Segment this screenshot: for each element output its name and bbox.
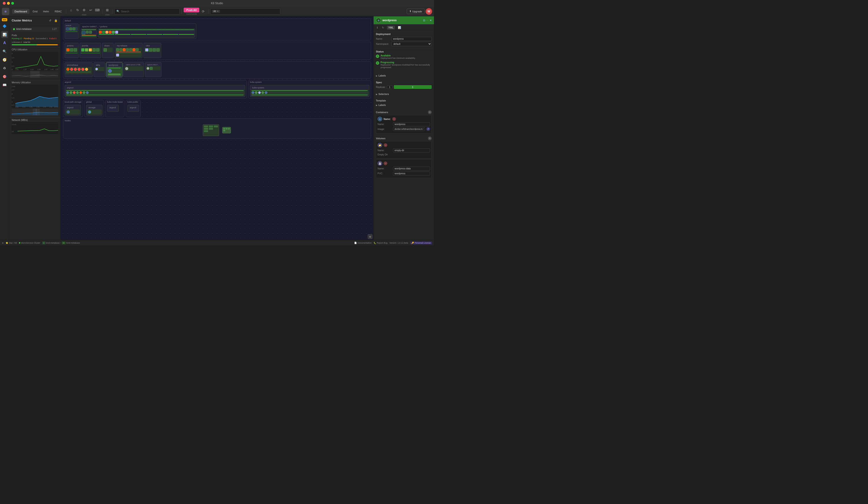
sidebar-icon-book[interactable]: 📖 [1, 81, 8, 89]
rp-tab-yml[interactable]: YML [387, 26, 395, 30]
sync-icon[interactable]: ⟳ [200, 8, 206, 14]
nav-tab-dashboard[interactable]: Dashboard [12, 9, 29, 14]
undo-icon[interactable]: ↩ [88, 7, 94, 13]
deploy-box-kubepublic[interactable]: argocd [127, 105, 139, 112]
lock-icon[interactable]: 🔒 [53, 18, 58, 23]
container-image-input[interactable] [393, 127, 425, 131]
container-item: ⊞ Name: − Name: Image: ↺ [376, 115, 432, 133]
close-button[interactable] [3, 2, 6, 5]
volumes-title: Volumes [376, 137, 385, 140]
namespace-filter[interactable]: All ✕ [210, 8, 280, 14]
deploy-box-vitro[interactable]: vitro [144, 43, 161, 58]
deploy-box-apache2[interactable]: apache-68e27... [145, 62, 162, 77]
sidebar-icon-lens[interactable]: 🔍 [1, 48, 8, 55]
upgrade-button[interactable]: ⬆ Upgrade [407, 9, 425, 14]
sidebar-icon-target[interactable]: 🎯 [1, 73, 8, 80]
sidebar-icon-compass[interactable]: 🧭 [1, 56, 8, 63]
remove-container-button[interactable]: − [392, 117, 396, 121]
rp-tab-info[interactable]: ℹ [375, 26, 379, 30]
close-panel-icon[interactable]: ✕ [430, 19, 432, 22]
containers-title: Containers [376, 111, 388, 114]
container-name-input[interactable] [393, 122, 430, 126]
deploy-box-wkly[interactable]: wkly [94, 62, 105, 77]
minimize-button[interactable] [7, 2, 10, 5]
deploy-box-kubesystem-inner[interactable]: kube-system [250, 85, 369, 97]
deploy-box-default[interactable]: default [65, 23, 79, 39]
nav-tab-rbac[interactable]: RBAC [52, 9, 64, 14]
pod-icon [265, 91, 267, 94]
fit-button[interactable]: ⊞ [368, 234, 372, 239]
docs-item[interactable]: 📄 Documentation [354, 242, 372, 244]
nav-tab-grid[interactable]: Grid [30, 9, 40, 14]
terminal-icon[interactable]: ⌨ [94, 7, 100, 13]
name-input[interactable] [391, 37, 432, 41]
vol1-name-input[interactable] [393, 148, 430, 152]
deploy-box-prometheus[interactable]: prometheus [65, 62, 93, 77]
refresh-icon[interactable]: ↻ [75, 7, 81, 13]
sidebar-icon-letter-a[interactable]: A [1, 39, 8, 47]
sidebar-icon-dashboard[interactable]: 📊 [1, 31, 8, 38]
sidebar-icon-refresh-circle[interactable]: ♻ [1, 65, 8, 72]
copy-icon[interactable]: ⊡ [423, 19, 425, 22]
labels-collapsible[interactable]: ▶ Labels [376, 73, 432, 78]
deploy-box-kubenode[interactable]: argocd [107, 105, 119, 112]
deploy-box-argocd-inner[interactable]: argocd [65, 85, 245, 97]
more-icon[interactable]: ⋯ [426, 19, 428, 22]
pod-row [66, 91, 244, 94]
sidebar-icon-cluster[interactable]: 🔷 [1, 23, 8, 30]
remove-volume-2-button[interactable]: − [384, 162, 388, 165]
replicas-label: Replicas: [376, 86, 385, 89]
deploy-box-native[interactable]: native-server-17788... [123, 62, 144, 77]
ns-close-icon[interactable]: ✕ [217, 10, 219, 13]
rp-header-icons: ⊡ ⋯ ✕ [423, 19, 432, 22]
svg-rect-44 [228, 128, 230, 130]
deploy-box-wordpress[interactable]: wordpress [106, 62, 123, 77]
deploy-box-apache[interactable] [81, 29, 97, 38]
canvas-area[interactable]: default default [61, 16, 373, 240]
pod-icon [86, 31, 89, 34]
push-all-button[interactable]: Push All [184, 8, 199, 12]
deploy-box-grafana[interactable] [98, 29, 195, 38]
pod-row [88, 110, 101, 114]
vol2-name-input[interactable] [393, 167, 430, 171]
view-icon[interactable]: ⊞ [104, 7, 110, 13]
namespace-row: Namespace: default [376, 42, 432, 46]
settings-icon[interactable]: ⚙ [81, 7, 87, 13]
labels-sub-collapsible[interactable]: ▶ Labels [376, 103, 432, 107]
sep3 [112, 9, 113, 14]
deploy-box-joomla[interactable]: joomla [80, 43, 101, 58]
vol1-type-label: Empty Dir [378, 153, 392, 156]
add-button[interactable]: + [2, 241, 4, 245]
svg-text:0.5: 0.5 [12, 104, 14, 106]
rp-tab-refresh[interactable]: ↻ [381, 26, 385, 30]
maximize-button[interactable] [11, 2, 14, 5]
add-container-button[interactable]: + [428, 110, 432, 114]
image-action-button[interactable]: ↺ [426, 127, 430, 131]
rp-tab-chart[interactable]: 📊 [396, 26, 403, 30]
nav-tab-helm[interactable]: Helm [41, 9, 52, 14]
remove-volume-1-button[interactable]: − [384, 143, 388, 147]
deploy-box-share[interactable]: share [102, 43, 114, 58]
selectors-collapsible[interactable]: ▶ Selectors [376, 92, 432, 96]
user-avatar[interactable]: W [426, 8, 432, 15]
star-item[interactable]: ⭐ Star 749 [6, 242, 17, 244]
deploy-box-jenkins[interactable]: jenkins [65, 43, 79, 58]
cluster-type-item: MicroService Cluster [19, 242, 40, 244]
search-bar[interactable]: 🔍 Search [114, 8, 180, 14]
deploy-box-global[interactable]: storage [86, 105, 102, 115]
main-layout: aws 🔷 📊 A 🔍 🧭 ♻ 🎯 📖 Cluster Metrics ↺ 🔒 … [0, 16, 434, 240]
cluster-info: kind-metabase 1.27 [11, 27, 59, 32]
volume-item-1: 📁 − Name: Empty Dir [376, 141, 432, 158]
add-volume-button[interactable]: + [428, 136, 432, 140]
home-icon[interactable]: ⌂ [68, 7, 74, 13]
version-item: Version: 1.0.11-beta [389, 242, 408, 244]
main-label: Main [82, 13, 86, 16]
deploy-box-local[interactable]: argocd [65, 105, 81, 115]
vol2-pvc-input[interactable] [393, 172, 430, 175]
report-item[interactable]: 🐛 Report Bug [374, 242, 388, 244]
svg-text:1:37: 1:37 [44, 69, 48, 70]
deploy-box-myrelease[interactable]: my-release [115, 43, 143, 58]
ns-sub-label: apache-548667... / grafana [81, 25, 195, 29]
reset-icon[interactable]: ↺ [48, 18, 52, 23]
namespace-select[interactable]: default [391, 42, 432, 46]
